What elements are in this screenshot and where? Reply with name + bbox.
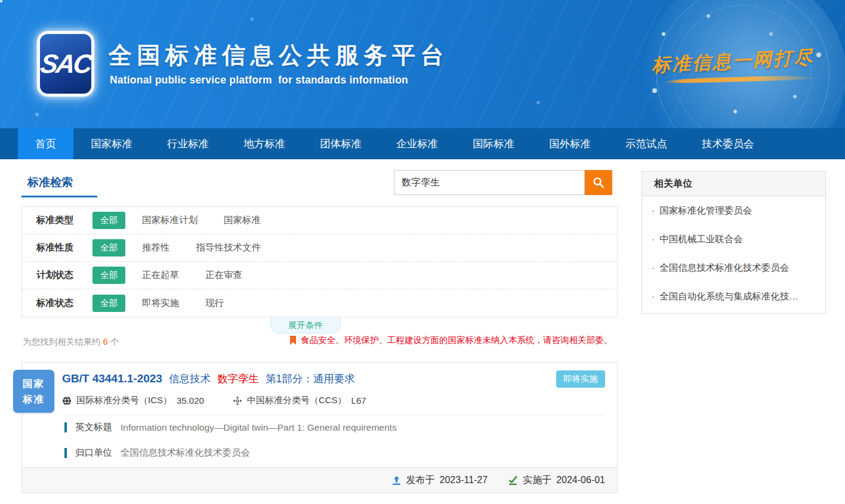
notice-text: 食品安全、环境保护、工程建设方面的国家标准未纳入本系统，请咨询相关部委。 bbox=[301, 335, 612, 346]
expand-conditions-button[interactable]: 展开条件 bbox=[270, 317, 341, 333]
sparkle-dots bbox=[0, 0, 2, 2]
filter-option[interactable]: 正在起草 bbox=[142, 269, 179, 282]
implemented-label: 实施于 bbox=[523, 474, 551, 487]
sidebar-item-it-standardization-committee[interactable]: 全国信息技术标准化技术委员会 bbox=[642, 253, 825, 282]
standard-title-link[interactable]: GB/T 43441.1-2023 信息技术 数字孪生 第1部分：通用要求 bbox=[62, 372, 355, 386]
row-accent-bar bbox=[64, 448, 67, 458]
filter-all-button[interactable]: 全部 bbox=[92, 212, 125, 229]
nav-tab-group-standards[interactable]: 团体标准 bbox=[303, 128, 379, 159]
search-button[interactable] bbox=[585, 170, 612, 195]
filter-row-standard-nature: 标准性质 全部 推荐性 指导性技术文件 bbox=[22, 234, 617, 262]
filter-all-button[interactable]: 全部 bbox=[92, 239, 125, 256]
filter-label: 标准性质 bbox=[36, 242, 92, 254]
card-divider bbox=[62, 415, 605, 415]
english-title-value: Information technology—Digital twin—Part… bbox=[121, 422, 397, 433]
filter-panel: 标准类型 全部 国家标准计划 国家标准 标准性质 全部 推荐性 指导性技术文件 … bbox=[21, 206, 618, 317]
main-nav: 首页 国家标准 行业标准 地方标准 团体标准 企业标准 国际标准 国外标准 示范… bbox=[0, 128, 845, 159]
ccs-label: 中国标准分类号（CCS） bbox=[247, 395, 347, 406]
filter-option[interactable]: 国家标准 bbox=[224, 214, 261, 227]
published-date-group: 发布于 2023-11-27 bbox=[391, 474, 488, 487]
results-summary-suffix: 个 bbox=[110, 337, 119, 347]
main-column: 标准检索 标准类型 全部 国家标准计划 国家标准 标准性质 bbox=[21, 159, 619, 504]
filter-option[interactable]: 现行 bbox=[205, 297, 224, 310]
sidebar-item-machinery-federation[interactable]: 中国机械工业联合会 bbox=[642, 225, 825, 253]
sidebar-item-automation-committee[interactable]: 全国自动化系统与集成标准化技… bbox=[642, 282, 825, 311]
results-summary-prefix: 为您找到相关结果约 bbox=[23, 337, 101, 347]
nav-tab-technical-committee[interactable]: 技术委员会 bbox=[684, 128, 772, 159]
tab-standard-search[interactable]: 标准检索 bbox=[27, 175, 73, 190]
filter-all-button[interactable]: 全部 bbox=[92, 295, 125, 312]
english-title-row: 英文标题 Information technology—Digital twin… bbox=[64, 421, 397, 434]
results-summary: 为您找到相关结果约6个 bbox=[23, 336, 119, 348]
ccs-group: 中国标准分类号（CCS） L67 bbox=[233, 395, 366, 406]
filter-option[interactable]: 国家标准计划 bbox=[142, 214, 198, 227]
publish-upload-icon bbox=[391, 475, 402, 486]
sac-logo-text: SAC bbox=[39, 49, 93, 79]
globe-icon bbox=[62, 396, 72, 406]
implement-check-icon bbox=[508, 475, 518, 486]
classification-row: 国际标准分类号（ICS） 35.020 中国标准分类号（CCS） L67 bbox=[62, 395, 366, 406]
published-date: 2023-11-27 bbox=[440, 475, 488, 486]
compass-icon bbox=[233, 396, 242, 406]
magnifier-icon bbox=[592, 176, 605, 189]
nav-tab-national-standards[interactable]: 国家标准 bbox=[73, 128, 150, 159]
standard-title-highlight: 数字孪生 bbox=[217, 372, 259, 386]
filter-option[interactable]: 指导性技术文件 bbox=[196, 242, 261, 254]
implemented-date-group: 实施于 2024-06-01 bbox=[508, 474, 605, 487]
bookmark-icon bbox=[289, 336, 297, 345]
implemented-date: 2024-06-01 bbox=[556, 475, 605, 486]
ccs-value: L67 bbox=[351, 395, 366, 406]
committee-value: 全国信息技术标准化技术委员会 bbox=[121, 447, 250, 459]
badge-line2: 标准 bbox=[13, 391, 54, 407]
badge-line1: 国家 bbox=[13, 376, 54, 391]
row-accent-bar bbox=[64, 422, 67, 432]
filter-option[interactable]: 即将实施 bbox=[142, 297, 179, 310]
standard-title-post: 第1部分：通用要求 bbox=[266, 372, 355, 386]
standard-code: GB/T 43441.1-2023 bbox=[62, 372, 162, 385]
nav-tab-home[interactable]: 首页 bbox=[18, 128, 73, 159]
search-input[interactable] bbox=[394, 170, 585, 195]
content-area: 标准检索 标准类型 全部 国家标准计划 国家标准 标准性质 bbox=[0, 159, 845, 504]
related-units-panel: 相关单位 国家标准化管理委员会 中国机械工业联合会 全国信息技术标准化技术委员会… bbox=[642, 171, 826, 314]
nav-tab-local-standards[interactable]: 地方标准 bbox=[226, 128, 303, 159]
ics-value: 35.020 bbox=[177, 395, 204, 406]
related-units-title: 相关单位 bbox=[642, 172, 825, 196]
filter-label: 标准类型 bbox=[36, 214, 92, 227]
nav-tab-international-standards[interactable]: 国际标准 bbox=[455, 128, 532, 159]
published-label: 发布于 bbox=[406, 474, 435, 487]
committee-row: 归口单位 全国信息技术标准化技术委员会 bbox=[64, 447, 250, 459]
filter-label: 标准状态 bbox=[36, 297, 92, 310]
standard-result-card: 国家 标准 GB/T 43441.1-2023 信息技术 数字孪生 第1部分：通… bbox=[21, 362, 618, 493]
system-notice: 食品安全、环境保护、工程建设方面的国家标准未纳入本系统，请咨询相关部委。 bbox=[289, 335, 612, 346]
site-title: 全国标准信息公共服务平台 bbox=[109, 39, 449, 72]
status-badge: 即将实施 bbox=[556, 370, 605, 388]
site-header: SAC 全国标准信息公共服务平台 National public service… bbox=[0, 0, 845, 128]
filter-option[interactable]: 推荐性 bbox=[142, 242, 170, 254]
english-title-label: 英文标题 bbox=[75, 421, 112, 434]
nav-tab-industry-standards[interactable]: 行业标准 bbox=[150, 128, 226, 159]
section-title-underline bbox=[21, 196, 97, 197]
results-count: 6 bbox=[103, 337, 108, 347]
ics-label: 国际标准分类号（ICS） bbox=[76, 395, 172, 406]
filter-label: 计划状态 bbox=[36, 269, 92, 282]
filter-row-standard-type: 标准类型 全部 国家标准计划 国家标准 bbox=[22, 207, 617, 234]
nav-tab-enterprise-standards[interactable]: 企业标准 bbox=[379, 128, 455, 159]
standard-type-badge: 国家 标准 bbox=[13, 370, 54, 413]
committee-label: 归口单位 bbox=[75, 447, 112, 459]
ics-group: 国际标准分类号（ICS） 35.020 bbox=[62, 395, 204, 406]
filter-option[interactable]: 正在审查 bbox=[205, 269, 242, 282]
nav-tab-foreign-standards[interactable]: 国外标准 bbox=[532, 128, 608, 159]
sidebar-item-sac[interactable]: 国家标准化管理委员会 bbox=[642, 196, 825, 225]
search-bar bbox=[394, 170, 612, 195]
site-subtitle: National public service platform for sta… bbox=[110, 74, 408, 86]
card-footer: 发布于 2023-11-27 实施于 2024-06-01 bbox=[22, 467, 617, 493]
filter-row-plan-status: 计划状态 全部 正在起草 正在审查 bbox=[22, 262, 617, 289]
nav-tab-pilot[interactable]: 示范试点 bbox=[608, 128, 684, 159]
filter-all-button[interactable]: 全部 bbox=[92, 267, 125, 284]
standard-title-pre: 信息技术 bbox=[169, 372, 211, 386]
filter-row-standard-status: 标准状态 全部 即将实施 现行 bbox=[22, 289, 617, 317]
sac-logo[interactable]: SAC bbox=[37, 31, 94, 97]
